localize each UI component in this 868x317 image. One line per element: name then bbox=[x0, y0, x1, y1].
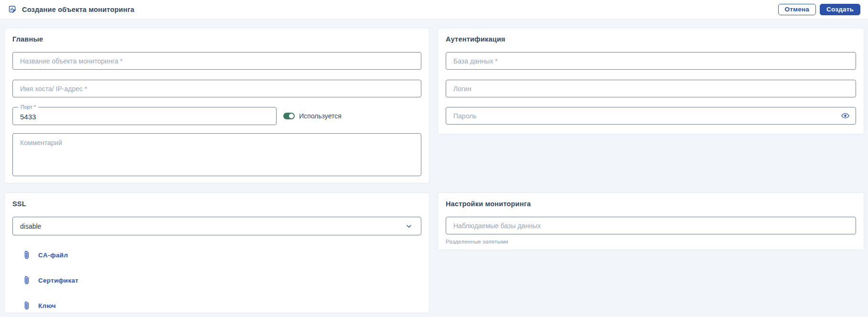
chevron-down-icon bbox=[406, 223, 412, 230]
monitoring-object-name-input[interactable] bbox=[12, 52, 421, 70]
password-field-wrap bbox=[446, 107, 856, 125]
ssl-card: SSL disable CA-файл bbox=[4, 192, 429, 313]
ca-file-upload[interactable]: CA-файл bbox=[12, 250, 421, 260]
auth-card-title: Аутентификация bbox=[446, 35, 856, 45]
observed-databases-input[interactable] bbox=[446, 217, 856, 234]
port-field: Порт * bbox=[12, 107, 277, 125]
header-actions: Отмена Создать bbox=[778, 4, 860, 15]
left-column: Главные Порт * Используется SSL disable bbox=[4, 28, 429, 313]
ssl-card-title: SSL bbox=[12, 200, 421, 210]
port-field-label: Порт * bbox=[18, 104, 38, 110]
port-used-toggle[interactable]: Используется bbox=[283, 112, 342, 120]
ca-file-label: CA-файл bbox=[38, 252, 68, 259]
key-label: Ключ bbox=[38, 302, 56, 309]
paperclip-icon bbox=[23, 301, 31, 310]
form-content: Главные Порт * Используется SSL disable bbox=[0, 19, 868, 313]
top-bar: Создание объекта мониторинга Отмена Созд… bbox=[0, 0, 868, 19]
certificate-upload[interactable]: Сертификат bbox=[12, 275, 421, 285]
comment-textarea[interactable] bbox=[12, 133, 421, 176]
monitoring-settings-card: Настройки мониторинга Разделенные запяты… bbox=[438, 192, 864, 250]
create-button[interactable]: Создать bbox=[820, 4, 860, 15]
port-used-toggle-label: Используется bbox=[299, 112, 342, 120]
comma-separated-hint: Разделенные запятыми bbox=[446, 239, 856, 244]
database-input[interactable] bbox=[446, 52, 856, 70]
port-input[interactable] bbox=[13, 107, 276, 125]
right-column: Аутентификация Настройки мониторинга bbox=[438, 28, 864, 250]
page-title: Создание объекта мониторинга bbox=[22, 6, 134, 13]
paperclip-icon bbox=[23, 250, 31, 260]
main-card: Главные Порт * Используется bbox=[4, 28, 429, 183]
show-password-button[interactable] bbox=[840, 111, 850, 121]
toggle-switch-icon[interactable] bbox=[283, 113, 295, 119]
key-upload[interactable]: Ключ bbox=[12, 301, 421, 310]
eye-icon bbox=[841, 111, 850, 120]
cancel-button[interactable]: Отмена bbox=[778, 4, 816, 15]
main-card-title: Главные bbox=[12, 35, 421, 45]
ssl-mode-value: disable bbox=[20, 222, 41, 230]
port-row: Порт * Используется bbox=[12, 107, 421, 125]
auth-card: Аутентификация bbox=[438, 28, 864, 134]
page-heading: Создание объекта мониторинга bbox=[8, 5, 134, 14]
paperclip-icon bbox=[23, 275, 31, 285]
monitoring-card-title: Настройки мониторинга bbox=[446, 200, 856, 210]
login-input[interactable] bbox=[446, 80, 856, 97]
hostname-ip-input[interactable] bbox=[12, 80, 421, 97]
document-chart-edit-icon bbox=[8, 5, 17, 14]
ssl-mode-select[interactable]: disable bbox=[12, 217, 421, 235]
certificate-label: Сертификат bbox=[38, 277, 78, 284]
password-input[interactable] bbox=[446, 107, 856, 125]
